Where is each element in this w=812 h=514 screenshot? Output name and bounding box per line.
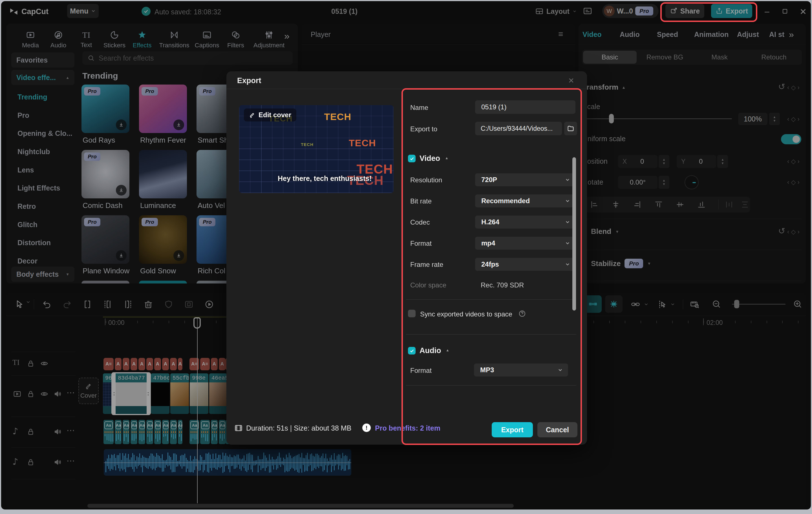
position-x-stepper[interactable]: ▲▼ xyxy=(659,155,669,168)
layout-button[interactable]: Layout xyxy=(535,5,577,18)
rotate-dial[interactable] xyxy=(685,175,699,189)
share-button[interactable]: Share xyxy=(665,4,704,18)
browse-folder-button[interactable] xyxy=(564,122,577,135)
timeline-scrollbar[interactable] xyxy=(87,504,514,508)
panel-toggle-icon[interactable] xyxy=(582,6,593,16)
download-button[interactable] xyxy=(116,185,126,195)
cursor-split-chevron[interactable] xyxy=(670,302,675,308)
download-button[interactable] xyxy=(173,119,184,130)
text-track-header-eye[interactable] xyxy=(39,359,49,369)
text-clip[interactable]: A xyxy=(162,358,169,370)
sidebar-item-opening-clo-[interactable]: Opening & Clo... xyxy=(18,129,72,138)
video-checkbox[interactable] xyxy=(408,155,415,162)
caption-clip[interactable]: Aa xyxy=(162,420,169,444)
caption-clip[interactable]: Aa xyxy=(139,420,145,444)
zoom-out-button[interactable] xyxy=(712,299,721,310)
export-to-input[interactable]: C:/Users/93444/Videos... xyxy=(475,122,562,135)
audio-track-2-header-lock[interactable] xyxy=(26,457,35,468)
subtab-mask[interactable]: Mask xyxy=(693,51,746,64)
aligncv-button[interactable] xyxy=(611,200,620,210)
inspector-tab-animation[interactable]: Animation xyxy=(694,30,729,39)
text-clip[interactable]: A xyxy=(154,358,161,370)
undo-button[interactable] xyxy=(42,299,52,310)
zoom-slider-thumb[interactable] xyxy=(734,300,739,308)
effect-card-partial[interactable] xyxy=(139,281,187,283)
effect-card-plane-window[interactable]: Pro xyxy=(82,215,129,264)
dialog-close-icon[interactable]: ✕ xyxy=(568,77,574,85)
alignmh-button[interactable] xyxy=(675,200,685,210)
video-clip[interactable]: 998e xyxy=(190,373,208,414)
frame-rate-select[interactable]: 24fps xyxy=(475,258,576,271)
blend-reset-icon[interactable]: ↺ xyxy=(778,226,785,236)
video-track-header-playrect[interactable] xyxy=(12,389,22,400)
question-icon[interactable] xyxy=(518,310,526,318)
text-clip[interactable]: A xyxy=(123,358,129,370)
export-confirm-button[interactable]: Export xyxy=(492,422,533,437)
player-menu-icon[interactable]: ≡ xyxy=(558,29,563,39)
format-select[interactable]: mp4 xyxy=(475,237,576,250)
fit-timeline-button[interactable] xyxy=(690,299,700,310)
bit-rate-select[interactable]: Recommended xyxy=(475,194,576,207)
sidebar-item-light-effects[interactable]: Light Effects xyxy=(18,184,60,192)
subtab-remove-bg[interactable]: Remove BG xyxy=(638,51,692,64)
text-clip[interactable]: A xyxy=(219,358,226,370)
tab-transitions[interactable]: Transitions xyxy=(158,29,190,50)
tab-stickers[interactable]: Stickers xyxy=(99,29,130,50)
maximize-button[interactable] xyxy=(782,8,788,14)
pro-benefits-link[interactable]: Pro benefits: 2 item xyxy=(375,424,440,432)
sidebar-item-glitch[interactable]: Glitch xyxy=(18,221,37,229)
rotate-stepper[interactable]: ▲▼ xyxy=(659,176,669,189)
alignl-button[interactable] xyxy=(590,200,599,210)
alignt-button[interactable] xyxy=(654,200,663,210)
music-volume-line[interactable] xyxy=(104,462,351,463)
caption-clip[interactable]: Aa xyxy=(219,420,226,444)
chev-button[interactable] xyxy=(25,299,31,306)
video-track-header-eye[interactable] xyxy=(39,389,49,400)
trash-button[interactable] xyxy=(143,299,153,310)
blend-keyframe-controls[interactable]: ‹ ◇ › xyxy=(787,228,800,236)
caption-clip[interactable]: Aa xyxy=(170,420,177,444)
video-clip[interactable]: 55cfb xyxy=(170,373,189,414)
scale-slider-track[interactable] xyxy=(582,118,732,119)
effect-card-comic-dash[interactable]: Pro xyxy=(82,150,129,199)
video-clip[interactable]: 46ea5 xyxy=(209,373,227,414)
text-clip[interactable]: A xyxy=(130,358,137,370)
user-chip[interactable]: W W...0 Pro xyxy=(602,4,659,18)
sidebar-item-nightclub[interactable]: Nightclub xyxy=(18,148,50,156)
position-y-box[interactable]: Y 0 xyxy=(677,155,716,168)
inspector-more-tabs-icon[interactable]: » xyxy=(789,29,794,40)
more-icon[interactable]: ⋯ xyxy=(66,388,76,397)
playhead-handle[interactable] xyxy=(194,317,201,329)
blend-header[interactable]: Blend ▼ xyxy=(591,227,619,236)
scale-stepper[interactable]: ▲▼ xyxy=(769,113,780,125)
download-button[interactable] xyxy=(116,250,126,261)
effect-card-gold-snow[interactable]: Pro xyxy=(139,215,187,264)
audio-checkbox[interactable] xyxy=(408,347,415,355)
inspector-tab-ai-st[interactable]: AI st xyxy=(769,30,784,39)
video-collapse-icon[interactable]: ▲ xyxy=(445,156,448,160)
resolution-select[interactable]: 720P xyxy=(475,173,576,186)
sidebar-item-video-effe-[interactable]: Video effe...▲ xyxy=(11,70,75,85)
cancel-button[interactable]: Cancel xyxy=(538,422,577,437)
inspector-tab-video[interactable]: Video xyxy=(582,30,602,39)
sync-checkbox[interactable] xyxy=(408,310,415,317)
minimize-button[interactable]: – xyxy=(765,7,770,16)
name-input[interactable]: 0519 (1) xyxy=(475,100,576,114)
text-clip[interactable]: A xyxy=(139,358,145,370)
transform-header[interactable]: Transform ▲ xyxy=(582,83,626,92)
zoom-in-button[interactable] xyxy=(793,299,803,310)
audio-track-1-header-lock[interactable] xyxy=(26,427,35,437)
audio-format-select[interactable]: MP3 xyxy=(474,364,568,376)
video-clip[interactable]: 47b6c xyxy=(151,373,170,414)
text-clip[interactable]: A≡ xyxy=(200,358,210,370)
audio-track-2-header-speaker[interactable] xyxy=(53,457,63,468)
alignb-button[interactable] xyxy=(697,200,706,210)
alignr-button[interactable] xyxy=(633,200,642,210)
rotate-keyframe-controls[interactable]: ‹ ◇ › xyxy=(787,179,800,186)
audio-collapse-icon[interactable]: ▲ xyxy=(446,348,450,352)
text-track-header-lock[interactable] xyxy=(26,359,35,369)
caption-clip[interactable]: Aa xyxy=(115,420,121,444)
tab-captions[interactable]: Captions xyxy=(191,29,223,50)
caption-clip[interactable]: Aa xyxy=(200,420,210,444)
caption-clip[interactable]: Aa xyxy=(178,420,182,444)
